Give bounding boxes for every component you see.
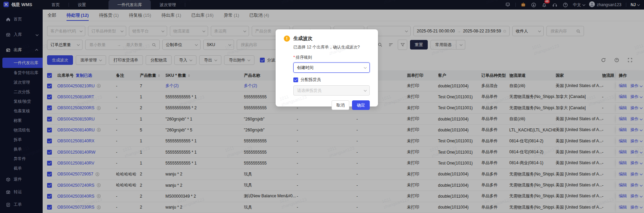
picker-select[interactable]: 请选择拣货员 <box>293 85 370 96</box>
sort-rule-label: *排序规则 <box>293 55 370 60</box>
confirm-button[interactable]: 确定 <box>352 100 370 110</box>
sort-rule-select[interactable]: 创建时间 <box>293 62 370 73</box>
sort-rule-value: 创建时间 <box>297 65 313 71</box>
modal-header: ! 生成波次 <box>284 36 370 42</box>
modal-body: 已选择 12 个出库单，确认生成波次? *排序规则 创建时间 分配拣货员 请选择… <box>284 44 370 96</box>
cancel-button[interactable]: 取消 <box>332 100 349 110</box>
assign-picker-checkbox[interactable] <box>293 77 298 82</box>
required-asterisk: * <box>293 55 295 60</box>
chevron-down-icon <box>364 66 366 69</box>
modal-title: 生成波次 <box>293 36 312 42</box>
generate-wave-modal: ! 生成波次 已选择 12 个出库单，确认生成波次? *排序规则 创建时间 分配… <box>276 29 378 106</box>
modal-message: 已选择 12 个出库单，确认生成波次? <box>293 44 370 50</box>
app-root: 领星 WMS 首页 设置 一件代发出库 波次管理 48 <box>0 0 644 213</box>
picker-select-placeholder: 请选择拣货员 <box>297 88 322 94</box>
warning-exclamation-icon: ! <box>284 36 290 42</box>
assign-picker-checkbox-group: 分配拣货员 <box>293 77 370 83</box>
assign-picker-label: 分配拣货员 <box>301 77 321 83</box>
modal-footer: 取消 确定 <box>284 100 370 110</box>
chevron-down-icon <box>364 89 366 91</box>
